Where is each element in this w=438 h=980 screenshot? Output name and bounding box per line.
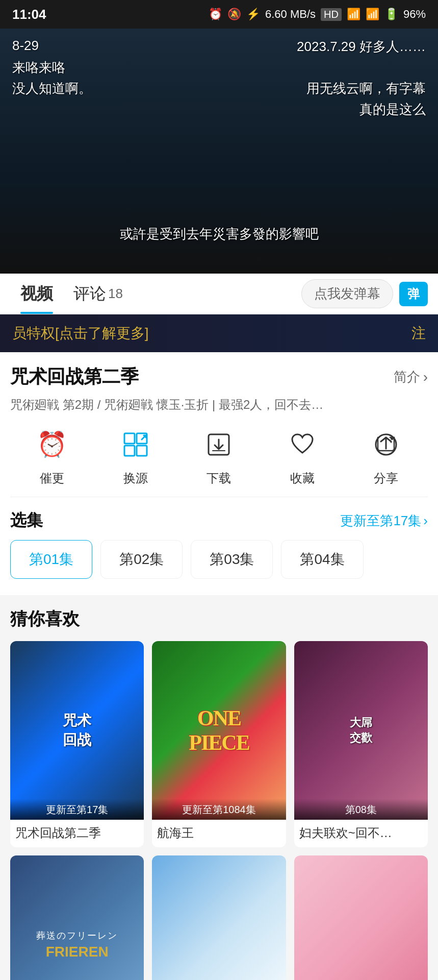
content-area: 咒术回战第二季 简介 › 咒術廻戦 第2期 / 咒術廻戦 懷玉·玉折 | 最强2… xyxy=(0,352,438,595)
danmu-item: 用无线云啊，有字幕 xyxy=(306,80,426,97)
intro-button[interactable]: 简介 › xyxy=(394,368,428,386)
episode-item-2[interactable]: 第02集 xyxy=(100,540,183,579)
poster-image-5 xyxy=(152,855,286,980)
remind-label: 催更 xyxy=(40,470,64,486)
svg-rect-3 xyxy=(137,446,147,456)
episodes-header: 选集 更新至第17集 › xyxy=(10,509,428,532)
recommend-card-frieren[interactable]: 葬送のフリーレン FRIEREN 葬送的芙莉莲 xyxy=(10,855,144,980)
op-logo: ONEPIECE xyxy=(189,706,249,755)
download-icon xyxy=(198,424,239,465)
status-icons: ⏰ 🔕 ⚡ 6.60 MB/s HD 📶 📶 🔋 96% xyxy=(209,8,426,21)
remind-button[interactable]: ⏰ 催更 xyxy=(32,424,72,486)
card-title-jjk2: 咒术回战第二季 xyxy=(10,820,144,847)
member-banner-text: 员特权[点击了解更多] xyxy=(12,324,149,343)
status-bar: 11:04 ⏰ 🔕 ⚡ 6.60 MB/s HD 📶 📶 🔋 96% xyxy=(0,0,438,29)
title-section: 咒术回战第二季 简介 › xyxy=(10,364,428,389)
battery-percent: 96% xyxy=(403,8,426,21)
chevron-right-icon: › xyxy=(423,513,428,529)
remind-icon: ⏰ xyxy=(32,424,72,465)
battery-icon: 🔋 xyxy=(384,8,398,21)
danmu-item: 来咯来咯 xyxy=(12,59,65,77)
danmu-row-2: 来咯来咯 xyxy=(12,59,426,77)
anime-title: 咒术回战第二季 xyxy=(10,364,139,389)
episode-item-4[interactable]: 第04集 xyxy=(281,540,363,579)
episode-list: 第01集 第02集 第03集 第04集 xyxy=(10,540,428,583)
card-title-op: 航海王 xyxy=(152,820,286,847)
tab-video[interactable]: 视频 xyxy=(10,274,63,314)
card-poster-dafu: 大屌交歡 第08集 xyxy=(294,641,428,820)
recommendations-section: 猜你喜欢 咒术回战 更新至第17集 咒术回战第二季 ONEPIECE 更新至第1… xyxy=(0,595,438,980)
recommend-card-op[interactable]: ONEPIECE 更新至第1084集 航海王 xyxy=(152,641,286,847)
card-poster-6 xyxy=(294,855,428,980)
tags-line: 咒術廻戦 第2期 / 咒術廻戦 懷玉·玉折 | 最强2人，回不去… xyxy=(10,396,428,414)
poster-image-dafu: 大屌交歡 xyxy=(294,641,428,820)
recommendations-title: 猜你喜欢 xyxy=(10,607,428,631)
recommend-card-6[interactable] xyxy=(294,855,428,980)
danmu-row-1: 8-29 2023.7.29 好多人…… xyxy=(12,38,426,56)
source-label: 换源 xyxy=(123,470,148,486)
tab-bar: 视频 评论 18 点我发弹幕 弹 xyxy=(0,274,438,314)
card-title-dafu: 妇夫联欢~回不… xyxy=(294,820,428,847)
poster-image-6 xyxy=(294,855,428,980)
episodes-title: 选集 xyxy=(10,509,43,532)
card-badge-dafu: 第08集 xyxy=(294,799,428,820)
divider xyxy=(10,497,428,497)
collect-label: 收藏 xyxy=(290,470,315,486)
download-label: 下载 xyxy=(207,470,231,486)
card-poster-frieren: 葬送のフリーレン FRIEREN xyxy=(10,855,144,980)
danmu-send-button[interactable]: 点我发弹幕 xyxy=(301,279,393,308)
danmu-toggle-button[interactable]: 弹 xyxy=(399,282,428,306)
danmu-item: 没人知道啊。 xyxy=(12,80,92,97)
member-banner[interactable]: 员特权[点击了解更多] 注 xyxy=(0,314,438,352)
chevron-right-icon: › xyxy=(423,369,428,385)
danmu-row-3: 没人知道啊。 用无线云啊，有字幕 xyxy=(12,80,426,97)
card-badge-jjk2: 更新至第17集 xyxy=(10,799,144,820)
danmu-overlay: 8-29 2023.7.29 好多人…… 来咯来咯 没人知道啊。 用无线云啊，有… xyxy=(0,29,438,128)
hd-badge: HD xyxy=(321,8,342,21)
danmu-item: 真的是这么 xyxy=(359,101,426,118)
member-banner-action[interactable]: 注 xyxy=(411,324,426,343)
recommend-card-5[interactable] xyxy=(152,855,286,980)
download-button[interactable]: 下载 xyxy=(198,424,239,486)
video-player[interactable]: 8-29 2023.7.29 好多人…… 来咯来咯 没人知道啊。 用无线云啊，有… xyxy=(0,29,438,274)
bluetooth-icon: ⚡ xyxy=(246,8,260,21)
comment-count: 18 xyxy=(108,286,123,302)
danmu-area: 点我发弹幕 弹 xyxy=(301,279,428,308)
danmu-icon: 弹 xyxy=(407,286,420,302)
recommendations-grid: 咒术回战 更新至第17集 咒术回战第二季 ONEPIECE 更新至第1084集 … xyxy=(10,641,428,980)
share-button[interactable]: 分享 xyxy=(366,424,406,486)
card-poster-5 xyxy=(152,855,286,980)
card-poster-jjk2: 咒术回战 更新至第17集 xyxy=(10,641,144,820)
svg-rect-0 xyxy=(124,433,135,444)
update-info[interactable]: 更新至第17集 › xyxy=(340,512,428,530)
wifi-icon: 📶 xyxy=(347,8,360,21)
danmu-item: 8-29 xyxy=(12,38,39,56)
svg-rect-2 xyxy=(124,446,135,456)
poster-image-frieren: 葬送のフリーレン FRIEREN xyxy=(10,855,144,980)
signal-icon: 📶 xyxy=(366,8,379,21)
update-text: 更新至第17集 xyxy=(340,512,421,530)
collect-icon xyxy=(282,424,323,465)
collect-button[interactable]: 收藏 xyxy=(282,424,323,486)
card-badge-op: 更新至第1084集 xyxy=(152,799,286,820)
recommend-card-jjk2[interactable]: 咒术回战 更新至第17集 咒术回战第二季 xyxy=(10,641,144,847)
source-button[interactable]: 换源 xyxy=(115,424,156,486)
poster-image-op: ONEPIECE xyxy=(152,641,286,820)
episode-item-3[interactable]: 第03集 xyxy=(191,540,273,579)
status-time: 11:04 xyxy=(12,7,46,22)
source-icon xyxy=(115,424,156,465)
video-subtitle: 或許是受到去年災害多發的影響吧 xyxy=(0,225,438,243)
action-buttons: ⏰ 催更 换源 xyxy=(10,424,428,486)
bell-mute-icon: 🔕 xyxy=(227,8,241,21)
danmu-row-4: 真的是这么 xyxy=(12,101,426,118)
tab-comment[interactable]: 评论 18 xyxy=(63,274,133,314)
danmu-item: 2023.7.29 好多人…… xyxy=(297,38,426,56)
poster-image-jjk2: 咒术回战 xyxy=(10,641,144,820)
share-icon xyxy=(366,424,406,465)
recommend-card-dafu[interactable]: 大屌交歡 第08集 妇夫联欢~回不… xyxy=(294,641,428,847)
speed-indicator: 6.60 MB/s xyxy=(265,8,316,21)
card-poster-op: ONEPIECE 更新至第1084集 xyxy=(152,641,286,820)
intro-label: 简介 xyxy=(394,368,420,386)
alarm-icon: ⏰ xyxy=(209,8,222,21)
episode-item-1[interactable]: 第01集 xyxy=(10,540,92,579)
